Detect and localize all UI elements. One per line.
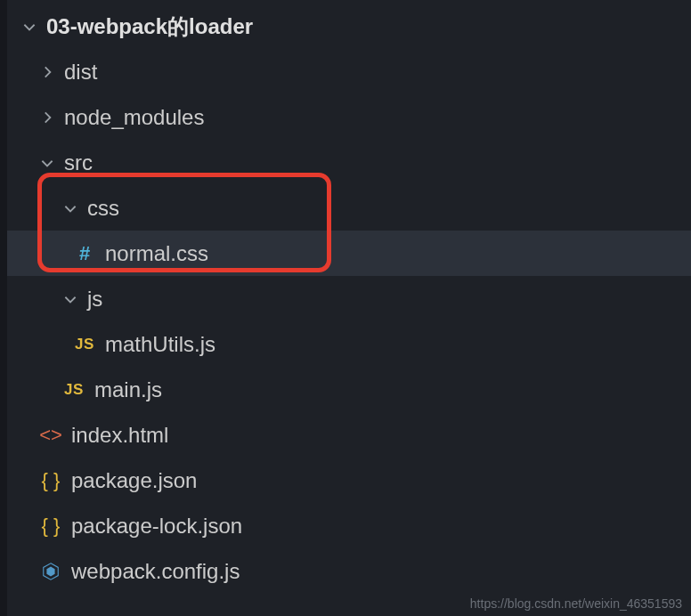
tree-file-package-json[interactable]: { } package.json bbox=[7, 458, 691, 503]
chevron-down-icon bbox=[61, 200, 80, 216]
tree-folder-node-modules[interactable]: node_modules bbox=[7, 94, 691, 140]
tree-folder-js[interactable]: js bbox=[7, 276, 691, 321]
tree-label: src bbox=[64, 150, 93, 175]
tree-file-normal-css[interactable]: # normal.css bbox=[7, 231, 691, 276]
chevron-right-icon bbox=[37, 109, 57, 126]
json-file-icon: { } bbox=[37, 515, 64, 538]
tree-label: package.json bbox=[71, 468, 197, 493]
tree-label: js bbox=[87, 287, 102, 312]
js-file-icon: JS bbox=[61, 381, 87, 399]
tree-folder-root[interactable]: 03-webpack的loader bbox=[7, 4, 691, 49]
tree-file-index-html[interactable]: <> index.html bbox=[7, 412, 691, 458]
js-file-icon: JS bbox=[71, 336, 98, 353]
watermark-text: https://blog.csdn.net/weixin_46351593 bbox=[470, 596, 682, 611]
chevron-down-icon bbox=[61, 291, 80, 307]
file-explorer-tree: 03-webpack的loader dist node_modules src … bbox=[7, 0, 691, 594]
tree-label: node_modules bbox=[64, 105, 204, 130]
tree-label: webpack.config.js bbox=[71, 559, 240, 584]
chevron-down-icon bbox=[37, 155, 57, 171]
css-file-icon: # bbox=[71, 242, 98, 265]
tree-label: css bbox=[87, 196, 119, 221]
tree-file-mathutils-js[interactable]: JS mathUtils.js bbox=[7, 321, 691, 367]
tree-label: dist bbox=[64, 60, 97, 85]
webpack-file-icon bbox=[37, 562, 64, 581]
json-file-icon: { } bbox=[37, 469, 64, 492]
tree-label: index.html bbox=[71, 423, 168, 448]
tree-label: package-lock.json bbox=[71, 514, 242, 539]
tree-folder-dist[interactable]: dist bbox=[7, 49, 691, 94]
tree-file-webpack-config[interactable]: webpack.config.js bbox=[7, 548, 691, 594]
tree-label: normal.css bbox=[105, 241, 208, 266]
tree-label: main.js bbox=[94, 377, 162, 402]
tree-label: 03-webpack的loader bbox=[46, 12, 253, 41]
tree-file-main-js[interactable]: JS main.js bbox=[7, 367, 691, 412]
tree-file-package-lock-json[interactable]: { } package-lock.json bbox=[7, 503, 691, 548]
chevron-down-icon bbox=[20, 19, 39, 35]
html-file-icon: <> bbox=[37, 424, 64, 447]
svg-marker-1 bbox=[46, 566, 54, 576]
chevron-right-icon bbox=[37, 64, 57, 80]
tree-folder-css[interactable]: css bbox=[7, 185, 691, 231]
tree-folder-src[interactable]: src bbox=[7, 140, 691, 185]
tree-label: mathUtils.js bbox=[105, 332, 215, 357]
